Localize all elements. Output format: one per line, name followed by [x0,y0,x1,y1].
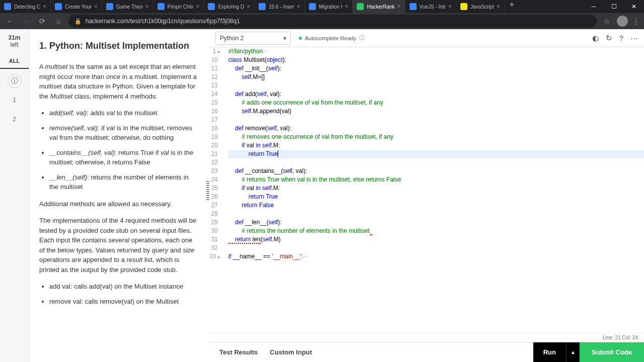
help-icon[interactable]: ? [619,34,623,42]
window-controls: ─ ☐ ✕ [584,0,644,13]
favicon [259,3,266,10]
editor-area: Python 2 Autocomplete Ready ⓘ ◐ ↻ ? ⋯ 1 … [209,29,644,362]
reload-button[interactable]: ⟳ [36,15,48,27]
editor-toolbar: Python 2 Autocomplete Ready ⓘ ◐ ↻ ? ⋯ [209,29,644,47]
favicon [106,3,113,10]
run-button[interactable]: Run [533,342,566,363]
tabs-container: Detecting C× Create Your× Game Theo× Pim… [0,0,584,13]
bottom-bar: Test Results Custom Input Run ▲ Submit C… [209,342,644,362]
status-dot-icon [299,37,302,40]
tab-4[interactable]: Exploring D× [204,0,255,13]
close-icon[interactable]: × [397,3,401,10]
close-icon[interactable]: × [448,3,452,10]
more-icon[interactable]: ⋯ [630,34,638,43]
close-icon[interactable]: × [297,3,300,10]
tab-8[interactable]: VueJS - Intr× [406,0,456,13]
url-input[interactable]: 🔒 hackerrank.com/test/ch1k00qp1cn/questi… [68,15,597,28]
lock-icon: 🔒 [74,18,82,25]
line-gutter: 1 ▸ 10 11 12 13 14 15 16 17 18 19 20 21 … [209,47,228,333]
forward-button[interactable]: → [20,15,32,27]
close-icon[interactable]: × [497,3,500,10]
tab-5[interactable]: 15.6 - Inser× [255,0,305,13]
code-editor[interactable]: 1 ▸ 10 11 12 13 14 15 16 17 18 19 20 21 … [209,47,644,333]
favicon [410,3,417,10]
favicon [208,3,215,10]
close-icon[interactable]: × [43,3,46,10]
question-nav-2[interactable]: 2 [8,112,22,126]
info-icon[interactable]: ⓘ [8,74,22,88]
code-body[interactable]: #!/bin/python··· class Multiset(object):… [228,47,644,333]
question-sidebar: 31m left ALL ⓘ 1 2 [0,29,29,362]
problem-title: 1. Python: Multiset Implementation [39,39,199,53]
submit-button[interactable]: Submit Code [580,342,644,363]
url-text: hackerrank.com/test/ch1k00qp1cn/question… [86,18,240,25]
favicon [309,3,316,10]
tab-2[interactable]: Game Theo× [102,0,153,13]
tab-1[interactable]: Create Your× [51,0,102,13]
profile-avatar[interactable] [617,16,628,27]
close-icon[interactable]: × [145,3,149,10]
tab-custom-input[interactable]: Custom Input [270,348,312,356]
back-button[interactable]: ← [4,15,16,27]
tab-6[interactable]: Migration t× [305,0,353,13]
minimize-button[interactable]: ─ [584,0,604,13]
info-icon[interactable]: ⓘ [359,34,365,42]
close-icon[interactable]: × [345,3,348,10]
maximize-button[interactable]: ☐ [604,0,624,13]
close-icon[interactable]: × [94,3,98,10]
home-button[interactable]: ⌂ [52,15,64,27]
timer: 31m left [8,34,20,49]
close-icon[interactable]: × [247,3,250,10]
problem-description[interactable]: 1. Python: Multiset Implementation A mul… [29,29,209,362]
sidebar-all[interactable]: ALL [0,54,29,69]
tab-test-results[interactable]: Test Results [219,348,258,356]
editor-status-bar: Line: 21 Col: 24 [209,333,644,342]
run-dropdown[interactable]: ▲ [566,342,580,363]
autocomplete-status: Autocomplete Ready ⓘ [299,34,365,42]
language-select[interactable]: Python 2 [215,32,291,45]
favicon [4,3,11,10]
close-window-button[interactable]: ✕ [624,0,644,13]
tab-9[interactable]: JavaScript× [456,0,505,13]
tab-7-active[interactable]: HackerRank× [353,0,405,13]
reset-icon[interactable]: ↻ [606,34,612,43]
favicon [357,3,364,10]
main-content: 31m left ALL ⓘ 1 2 1. Python: Multiset I… [0,29,644,362]
tab-0[interactable]: Detecting C× [0,0,51,13]
bookmark-icon[interactable]: ☆ [601,15,613,27]
theme-icon[interactable]: ◐ [592,34,599,43]
browser-menu-button[interactable]: ⋮ [632,17,640,26]
panel-resize-handle[interactable] [206,180,209,200]
favicon [55,3,62,10]
favicon [460,3,467,10]
address-bar: ← → ⟳ ⌂ 🔒 hackerrank.com/test/ch1k00qp1c… [0,13,644,29]
new-tab-button[interactable]: + [505,0,519,13]
tab-3[interactable]: Pimpri Chin× [153,0,204,13]
favicon [157,3,165,10]
browser-tab-strip: Detecting C× Create Your× Game Theo× Pim… [0,0,644,13]
close-icon[interactable]: × [196,3,199,10]
question-nav-1[interactable]: 1 [8,93,22,107]
